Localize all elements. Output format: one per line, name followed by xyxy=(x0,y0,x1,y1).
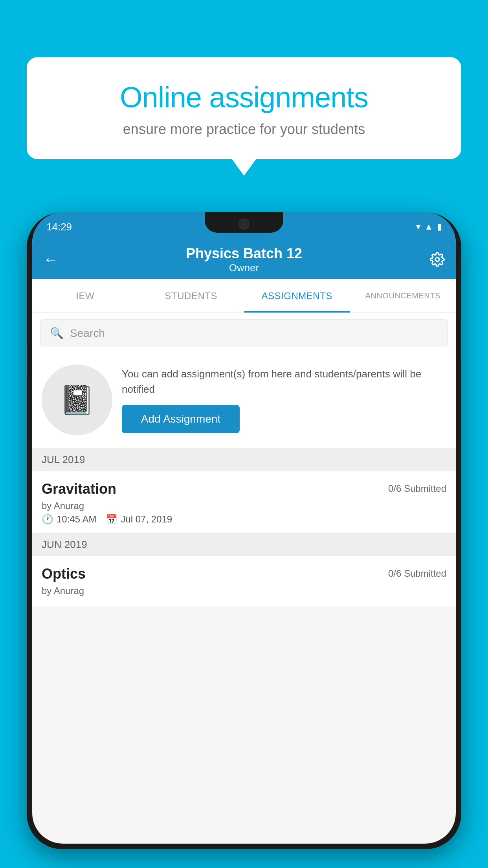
tab-iew-label: IEW xyxy=(76,291,94,302)
search-icon: 🔍 xyxy=(50,327,64,340)
assignment-name: Gravitation xyxy=(42,481,116,497)
empty-state-description: You can add assignment(s) from here and … xyxy=(122,366,446,397)
battery-icon: ▮ xyxy=(437,222,442,232)
assignment-item-optics[interactable]: Optics 0/6 Submitted by Anurag xyxy=(32,556,456,607)
assignment-submitted: 0/6 Submitted xyxy=(388,483,446,494)
tab-students-label: STUDENTS xyxy=(165,291,217,302)
section-header-jun: JUN 2019 xyxy=(32,533,456,556)
empty-state: 📓 You can add assignment(s) from here an… xyxy=(32,353,456,448)
speech-bubble-headline: Online assignments xyxy=(54,81,434,114)
screen-content: 🔍 Search 📓 You can add assignment(s) fro… xyxy=(32,313,456,607)
tab-assignments-label: ASSIGNMENTS xyxy=(262,291,332,302)
speech-bubble: Online assignments ensure more practice … xyxy=(27,57,461,159)
wifi-icon: ▾ xyxy=(416,222,420,232)
tab-students[interactable]: STUDENTS xyxy=(138,279,244,313)
assignment-time: 10:45 AM xyxy=(57,514,96,525)
empty-state-icon: 📓 xyxy=(42,364,112,435)
date-detail: 📅 Jul 07, 2019 xyxy=(106,514,172,525)
tab-assignments[interactable]: ASSIGNMENTS xyxy=(244,279,350,313)
tab-announcements[interactable]: ANNOUNCEMENTS xyxy=(350,279,456,313)
speech-bubble-container: Online assignments ensure more practice … xyxy=(27,57,461,159)
status-time: 14:29 xyxy=(46,221,72,233)
assignment-author-optics: by Anurag xyxy=(42,585,446,596)
settings-button[interactable] xyxy=(430,240,445,279)
empty-text-block: You can add assignment(s) from here and … xyxy=(122,366,446,433)
clock-icon: 🕐 xyxy=(42,514,53,525)
phone-container: 14:29 ▾ ▲ ▮ ← Physics Batch 12 Owner xyxy=(27,212,461,868)
volume-button xyxy=(27,346,28,377)
header-title-block: Physics Batch 12 Owner xyxy=(186,245,302,274)
status-icons: ▾ ▲ ▮ xyxy=(416,222,442,232)
assignment-submitted-optics: 0/6 Submitted xyxy=(388,568,446,579)
batch-subtitle: Owner xyxy=(186,262,302,274)
add-assignment-button[interactable]: Add Assignment xyxy=(122,405,240,433)
search-bar-container: 🔍 Search xyxy=(32,313,456,353)
section-header-jul: JUL 2019 xyxy=(32,448,456,471)
search-placeholder: Search xyxy=(70,327,105,340)
back-button[interactable]: ← xyxy=(43,240,58,279)
assignment-date: Jul 07, 2019 xyxy=(121,514,172,525)
assignment-author: by Anurag xyxy=(42,500,446,511)
phone-screen: 14:29 ▾ ▲ ▮ ← Physics Batch 12 Owner xyxy=(32,212,456,844)
svg-point-0 xyxy=(435,257,439,261)
phone-camera xyxy=(238,219,250,230)
notebook-icon: 📓 xyxy=(59,383,95,417)
tabs-bar: IEW STUDENTS ASSIGNMENTS ANNOUNCEMENTS xyxy=(32,279,456,313)
assignment-details: 🕐 10:45 AM 📅 Jul 07, 2019 xyxy=(42,514,446,525)
assignment-name-optics: Optics xyxy=(42,566,86,582)
phone: 14:29 ▾ ▲ ▮ ← Physics Batch 12 Owner xyxy=(27,212,461,849)
speech-bubble-subtext: ensure more practice for your students xyxy=(54,121,434,138)
calendar-icon: 📅 xyxy=(106,514,117,525)
phone-notch xyxy=(205,212,283,233)
tab-iew[interactable]: IEW xyxy=(32,279,138,313)
tab-announcements-label: ANNOUNCEMENTS xyxy=(365,291,440,300)
batch-title: Physics Batch 12 xyxy=(186,245,302,262)
search-bar[interactable]: 🔍 Search xyxy=(40,319,448,347)
back-arrow-icon: ← xyxy=(43,251,58,268)
assignment-item-gravitation[interactable]: Gravitation 0/6 Submitted by Anurag 🕐 10… xyxy=(32,471,456,533)
assignment-top: Gravitation 0/6 Submitted xyxy=(42,481,446,497)
signal-icon: ▲ xyxy=(424,222,433,232)
gear-icon xyxy=(430,252,445,267)
time-detail: 🕐 10:45 AM xyxy=(42,514,96,525)
assignment-top-optics: Optics 0/6 Submitted xyxy=(42,566,446,582)
power-button xyxy=(460,322,461,362)
